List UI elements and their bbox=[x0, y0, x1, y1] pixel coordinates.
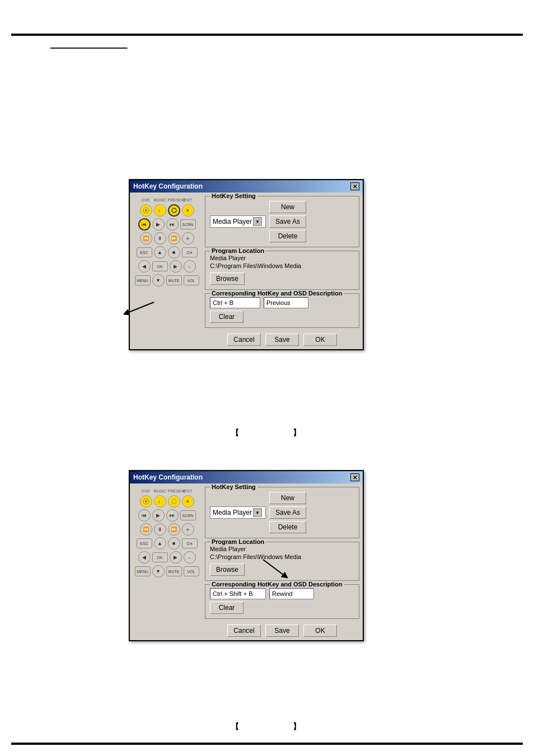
svg-point-3 bbox=[172, 208, 176, 213]
dialog2-clear-button[interactable]: Clear bbox=[210, 602, 243, 614]
btn-exit[interactable]: ✕ bbox=[182, 204, 194, 217]
d2-btn-vol-minus[interactable]: - bbox=[184, 551, 196, 564]
dialog1-clear-btn-row: Clear bbox=[210, 311, 354, 323]
btn-music[interactable]: ♪ bbox=[154, 204, 166, 217]
dialog2-settings-panel: HotKey Setting Media Player ▼ New Save A… bbox=[205, 487, 359, 637]
dialog2-ok-button[interactable]: OK bbox=[303, 624, 337, 637]
dialog2-title: HotKey Configuration bbox=[133, 473, 203, 481]
dialog2-hotkey-setting-label: HotKey Setting bbox=[210, 483, 257, 490]
dialog1-ok-button[interactable]: OK bbox=[303, 334, 337, 346]
svg-point-5 bbox=[145, 500, 147, 503]
dialog1-hotkey-input[interactable] bbox=[210, 297, 260, 308]
d2-btn-right[interactable]: ▶ bbox=[170, 551, 182, 564]
d2-btn-prev-track[interactable]: ⏮ bbox=[138, 509, 151, 522]
dialog2-dropdown[interactable]: Media Player ▼ bbox=[210, 506, 266, 519]
label-present: PRESENT bbox=[168, 198, 180, 202]
dialog1-settings-panel: HotKey Setting Media Player ▼ New Save A… bbox=[205, 196, 359, 346]
d2-btn-stop[interactable]: ■ bbox=[168, 537, 180, 550]
d2-btn-ok[interactable]: OK bbox=[152, 552, 168, 562]
btn-ch[interactable]: CH bbox=[182, 247, 198, 257]
d2-btn-down[interactable]: ▼ bbox=[152, 565, 165, 577]
dialog1-dropdown[interactable]: Media Player ▼ bbox=[210, 215, 266, 228]
dialog1-saveas-button[interactable]: Save As bbox=[269, 215, 306, 228]
d2-btn-screen[interactable]: SCRN bbox=[180, 510, 196, 520]
btn-prev-track[interactable]: ⏮ bbox=[138, 218, 151, 231]
dialog1-save-button[interactable]: Save bbox=[265, 334, 299, 346]
dialog1-title: HotKey Configuration bbox=[133, 182, 203, 190]
dialog2-hotkey-input[interactable] bbox=[210, 588, 266, 599]
dialog1-clear-button[interactable]: Clear bbox=[210, 311, 243, 323]
d2-btn-vol-plus[interactable]: + bbox=[182, 523, 194, 536]
btn-down[interactable]: ▼ bbox=[152, 274, 165, 287]
d2-btn-menu[interactable]: MENU bbox=[135, 566, 151, 576]
d2-btn-ch[interactable]: CH bbox=[182, 538, 198, 548]
btn-screen[interactable]: SCRN bbox=[180, 219, 196, 229]
d2-btn-left[interactable]: ◀ bbox=[138, 551, 151, 564]
dialog2-saveas-button[interactable]: Save As bbox=[269, 506, 306, 519]
btn-menu[interactable]: MENU bbox=[135, 275, 151, 285]
btn-vol[interactable]: VOL bbox=[184, 275, 199, 285]
dialog2-save-button[interactable]: Save bbox=[265, 624, 299, 637]
btn-dvd[interactable] bbox=[140, 204, 152, 217]
d2-btn-pause[interactable]: ⏸ bbox=[154, 523, 166, 536]
remote-row-2: ⏮ ▶ ⏭ SCRN bbox=[138, 218, 196, 231]
d2-btn-next-track[interactable]: ⏭ bbox=[166, 509, 179, 522]
btn-next-track[interactable]: ⏭ bbox=[166, 218, 179, 231]
d2-btn-dvd[interactable] bbox=[140, 495, 152, 508]
d2-btn-ff[interactable]: ⏩ bbox=[168, 523, 180, 536]
d2-btn-present[interactable] bbox=[168, 495, 180, 508]
btn-up[interactable]: ▲ bbox=[154, 246, 166, 259]
btn-stop[interactable]: ■ bbox=[168, 246, 180, 259]
dialog1-delete-button[interactable]: Delete bbox=[269, 230, 306, 242]
d2-btn-exit[interactable]: ✕ bbox=[182, 495, 194, 508]
btn-ff[interactable]: ⏩ bbox=[168, 232, 180, 245]
dialog1-browse-button[interactable]: Browse bbox=[210, 273, 245, 285]
dialog2-program-location-group: Program Location Media Player C:\Program… bbox=[205, 542, 359, 581]
dialog2-close-button[interactable]: ✕ bbox=[350, 473, 359, 481]
dialog2-delete-button[interactable]: Delete bbox=[269, 521, 306, 533]
btn-pause[interactable]: ⏸ bbox=[154, 232, 166, 245]
d2-btn-play[interactable]: ▶ bbox=[152, 509, 165, 522]
d2-label-music: MUSIC bbox=[154, 489, 166, 493]
dialog1-corresponding-label: Corresponding HotKey and OSD Description bbox=[210, 290, 344, 297]
dialog1-dropdown-arrow[interactable]: ▼ bbox=[253, 217, 262, 226]
top-border bbox=[11, 34, 523, 36]
btn-mute[interactable]: MUTE bbox=[166, 275, 182, 285]
svg-point-7 bbox=[172, 499, 176, 504]
btn-esc[interactable]: ESC bbox=[137, 247, 152, 257]
caption2-close: 】 bbox=[293, 722, 301, 731]
btn-rewind[interactable]: ⏪ bbox=[140, 232, 152, 245]
dialog1-body: DVD MUSIC PRESENT EXIT ♪ ✕ bbox=[130, 192, 363, 349]
dialog2-corresponding-label: Corresponding HotKey and OSD Description bbox=[210, 581, 344, 588]
d2-btn-esc[interactable]: ESC bbox=[137, 538, 152, 548]
dialog1-hotkey-row: Media Player ▼ New Save As Delete bbox=[210, 201, 354, 242]
caption1: 【 】 bbox=[196, 428, 336, 438]
btn-vol-plus[interactable]: + bbox=[182, 232, 194, 245]
btn-ok[interactable]: OK bbox=[152, 261, 168, 271]
d2-btn-rewind[interactable]: ⏪ bbox=[140, 523, 152, 536]
dialog1-cancel-button[interactable]: Cancel bbox=[227, 334, 261, 346]
btn-vol-minus[interactable]: - bbox=[184, 260, 196, 273]
btn-present[interactable] bbox=[168, 204, 180, 217]
d2-btn-music[interactable]: ♪ bbox=[154, 495, 166, 508]
dialog2-dropdown-arrow[interactable]: ▼ bbox=[253, 508, 262, 517]
dialog2-body: DVD MUSIC PRESENT EXIT ♪ ✕ bbox=[130, 483, 363, 640]
dialog2-osd-input[interactable] bbox=[269, 588, 314, 599]
d2-btn-mute[interactable]: MUTE bbox=[166, 566, 182, 576]
dialog2-browse-button[interactable]: Browse bbox=[210, 564, 245, 576]
d2-remote-row-6: MENU ▼ MUTE VOL bbox=[135, 565, 199, 577]
dialog1-close-button[interactable]: ✕ bbox=[350, 182, 359, 190]
d2-btn-vol[interactable]: VOL bbox=[184, 566, 199, 576]
remote-row-6: MENU ▼ MUTE VOL bbox=[135, 274, 199, 287]
btn-left[interactable]: ◀ bbox=[138, 260, 151, 273]
dialog2-hotkey-setting-group: HotKey Setting Media Player ▼ New Save A… bbox=[205, 487, 359, 538]
dialog1-osd-input[interactable] bbox=[264, 297, 308, 308]
top-link[interactable]: ___________________ bbox=[50, 40, 127, 49]
dialog1-new-button[interactable]: New bbox=[269, 201, 306, 213]
btn-right[interactable]: ▶ bbox=[170, 260, 182, 273]
d2-btn-up[interactable]: ▲ bbox=[154, 537, 166, 550]
dialog1-side-buttons: New Save As Delete bbox=[269, 201, 306, 242]
dialog2-cancel-button[interactable]: Cancel bbox=[227, 624, 261, 637]
btn-play[interactable]: ▶ bbox=[152, 218, 165, 231]
dialog2-new-button[interactable]: New bbox=[269, 492, 306, 504]
